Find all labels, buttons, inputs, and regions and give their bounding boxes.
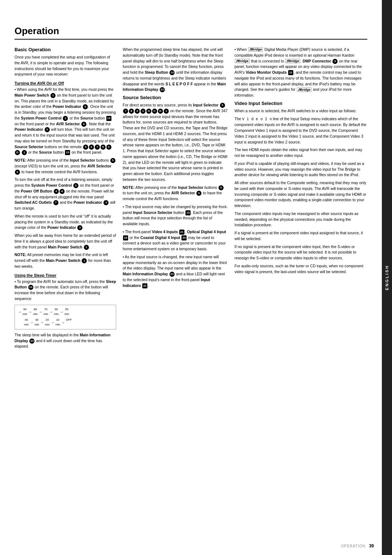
note2-para: NOTE: All preset memories may be lost if… — [15, 252, 116, 269]
columns-container: Basic Operation Once you have completed … — [15, 47, 367, 352]
note1-avr: AVR Selector — [87, 164, 111, 168]
mid-badge23: 23 — [170, 272, 175, 277]
turning-on-off-title: Turning the AVR On or Off — [15, 81, 116, 85]
note1-badge5: 5 — [110, 158, 115, 163]
sleep-off: OFF — [66, 317, 72, 327]
off-power-off: Power Off Button — [21, 189, 52, 193]
note3-input: Input Selector — [178, 185, 203, 190]
vi-audio-para: For audio-only sources, such as the tune… — [234, 263, 367, 275]
middle-column: When the programmed sleep time has elaps… — [123, 47, 228, 291]
badge-5r: 5 — [83, 145, 88, 150]
source-input-selector: Input Selector — [193, 103, 219, 107]
off-badge2: 2 — [73, 183, 78, 188]
badge-cr: C — [106, 145, 111, 150]
main-power-para: • When using the AVR for the first time,… — [15, 87, 116, 155]
english-tab: ENGLISH — [382, 0, 392, 555]
off-power-ind: Power Indicator — [74, 200, 102, 204]
away-main-power: Main Power Switch — [48, 245, 82, 249]
input-indicators: Input Indicators — [123, 278, 210, 288]
sleep-80: 80min — [33, 307, 38, 317]
badge-15b: 15 — [65, 150, 70, 155]
arrow8: → — [61, 319, 65, 325]
sleep-50: 50min — [65, 307, 69, 317]
sleep-off-words: S L E E P O F F — [166, 82, 193, 86]
source2-label: Source — [39, 150, 52, 154]
sleep-row1: → 90min → 80min → 70min → 60min → 50min — [18, 307, 113, 317]
arrow2: → — [39, 309, 42, 315]
bridge-logo1: 𝓑Bridge — [248, 47, 263, 52]
vi-p2: The V i d e o I n line of the Input Setu… — [234, 116, 367, 145]
note1-para: NOTE: After pressing one of the Input Se… — [15, 158, 116, 175]
sleep-40: 40min — [24, 317, 29, 327]
sleep-badge10: 10 — [28, 285, 33, 290]
source-selection-title: Source Selection — [123, 95, 228, 100]
input-source-selector: Input Source Selector — [133, 210, 173, 215]
src-badge1: 1 — [140, 109, 146, 114]
sleep-badge23: 23 — [29, 339, 34, 344]
sleep-display-para: The sleep time will be displayed in the … — [15, 332, 116, 349]
badge-8r: 8 — [101, 145, 106, 150]
note2-label: NOTE: — [15, 252, 26, 257]
source-p1: For direct access to any source, press i… — [123, 102, 228, 183]
badge-6a: 6 — [81, 122, 86, 127]
vi-ipod-para: If your iPod is capable of playing still… — [234, 161, 367, 178]
away-badge1: 1 — [84, 245, 89, 250]
sleep-main-info: Main Information Display — [15, 333, 110, 343]
sleep-90: 90min — [23, 307, 27, 317]
vi-nosignal-para: If no signal is present at the component… — [234, 244, 367, 261]
page: ENGLISH Operation Basic Operation Once y… — [0, 0, 392, 555]
standby-power: Power Indicator — [47, 225, 76, 230]
sleep-10: 10min — [56, 317, 60, 327]
optical-input: Optical Digital 4 Input — [187, 230, 226, 234]
sleep-60: 60min — [54, 307, 59, 317]
bridge-logo2: 𝓑Bridge — [235, 59, 250, 63]
vid-monitor-outputs: Video Monitor Outputs — [246, 70, 287, 74]
src-badge5: 5 — [220, 103, 225, 108]
mid-sleep-btn: Sleep Button — [145, 70, 168, 74]
off-switched: Switched AC Outlets — [15, 200, 52, 204]
standby-badge3: 3 — [77, 225, 82, 230]
intro-text: Once you have completed the setup and co… — [15, 54, 116, 77]
video4-para: • The front-panel Video 4 Inputs 21, Opt… — [123, 229, 228, 252]
note1-badge6: 6 — [15, 170, 20, 175]
note3-avr: AVR Selector — [171, 191, 195, 195]
page-title: Operation — [15, 25, 367, 40]
badge-1b: 1 — [22, 150, 27, 155]
src-badge7: 7 — [123, 109, 128, 114]
vi-other-para: All other sources default to the Composi… — [234, 180, 367, 209]
video4-badge21: 21 — [179, 230, 184, 235]
video-in-code: V i d e o I n — [242, 117, 272, 121]
source-selector-label: Source Selector — [15, 145, 44, 149]
note2-badge1: 1 — [82, 258, 87, 263]
arrow6: → — [40, 319, 44, 325]
basic-operation-title: Basic Operation — [15, 47, 116, 52]
arrow3: → — [49, 309, 53, 315]
content-area: Operation Basic Operation Once you have … — [0, 15, 378, 362]
badge-dr: D — [15, 150, 20, 155]
power-indicator-2-label: Power Indicator — [15, 127, 43, 131]
arrow5: → — [30, 319, 33, 325]
note3-badge5: 5 — [219, 185, 224, 190]
arrow4: → — [60, 309, 64, 315]
vi-hdmi-para: The two HDMI inputs obtain the video sig… — [234, 147, 367, 159]
bridge-badge9: 9 — [332, 59, 338, 64]
src-badge-d: D — [158, 109, 163, 114]
english-label: ENGLISH — [385, 265, 389, 290]
sleep-timer-title: Using the Sleep Timer — [15, 273, 116, 278]
src-badge-c: C — [152, 109, 157, 114]
footer-operation-label: OPERATION — [341, 544, 365, 548]
video-input-title: Video Input Selection — [234, 101, 367, 106]
sleep-20: 20min — [45, 317, 50, 327]
badge-6r: 6 — [89, 145, 94, 150]
off-badge7: 7 — [53, 200, 58, 205]
main-power-label: Main Power Switch — [15, 93, 49, 97]
away-para: When you will be away from home for an e… — [15, 233, 116, 250]
vi-p1: When a source is selected, the AVR switc… — [234, 108, 367, 114]
sleep-row2: 40min → 30min → 20min → 10min → OFF — [18, 317, 113, 327]
off-badge-a: A — [60, 189, 65, 194]
mid-sleep-badge23: 23 — [160, 87, 165, 92]
mid-main-info: Main Information Display — [123, 272, 168, 276]
sleep-diagram: → 90min → 80min → 70min → 60min → 50min … — [15, 305, 116, 329]
input-change-para: • As the input source is changed, the ne… — [123, 254, 228, 289]
bridge-badge12: 12 — [288, 70, 293, 75]
